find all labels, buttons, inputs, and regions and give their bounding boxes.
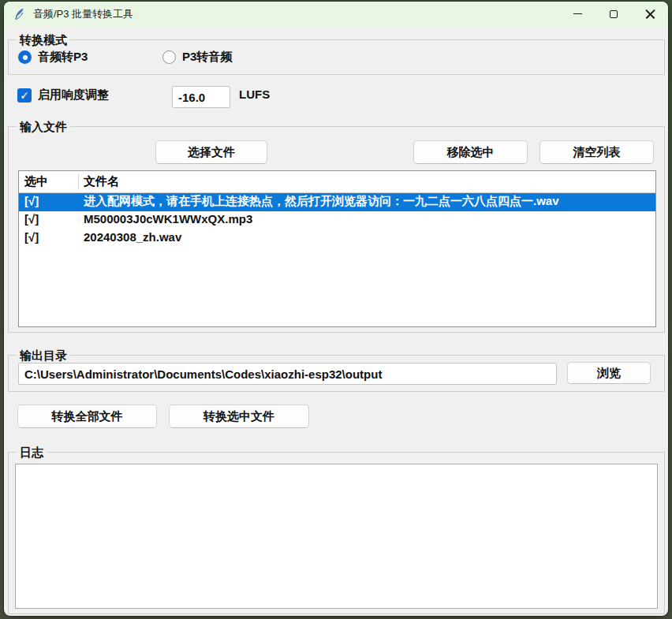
output-dir-groupbox: 输出目录 C:\Users\Administrator\Documents\Co… bbox=[8, 355, 665, 392]
row-filename-cell: 进入配网模式，请在手机上连接热点，然后打开浏览器访问：一九二点一六八点四点一.w… bbox=[84, 194, 559, 209]
window-title: 音频/P3 批量转换工具 bbox=[33, 7, 133, 21]
file-table-header[interactable]: 选中 文件名 bbox=[19, 171, 655, 193]
close-button[interactable] bbox=[632, 2, 668, 26]
row-check-cell: [√] bbox=[24, 194, 39, 207]
app-feather-icon bbox=[13, 8, 26, 21]
table-row[interactable]: [√] 进入配网模式，请在手机上连接热点，然后打开浏览器访问：一九二点一六八点四… bbox=[19, 193, 655, 211]
table-row[interactable]: [√] M500003J0cWK1WWxQX.mp3 bbox=[19, 211, 655, 229]
output-dir-input[interactable]: C:\Users\Administrator\Documents\Codes\x… bbox=[18, 363, 557, 385]
loudness-label: 启用响度调整 bbox=[38, 88, 109, 103]
loudness-checkbox[interactable]: ✓ bbox=[17, 88, 32, 103]
input-files-groupbox: 输入文件 选择文件 移除选中 清空列表 选中 文件名 [√] 进入配网模式，请在… bbox=[8, 126, 665, 333]
mode-group-label: 转换模式 bbox=[17, 32, 70, 47]
column-separator[interactable] bbox=[78, 173, 79, 190]
select-files-button[interactable]: 选择文件 bbox=[155, 140, 267, 164]
column-header-checked[interactable]: 选中 bbox=[24, 174, 48, 189]
remove-selected-button[interactable]: 移除选中 bbox=[413, 140, 528, 164]
radio-unselected-icon bbox=[162, 50, 176, 64]
row-filename-cell: M500003J0cWK1WWxQX.mp3 bbox=[84, 212, 252, 226]
table-row[interactable]: [√] 20240308_zh.wav bbox=[19, 229, 655, 248]
titlebar[interactable]: 音频/P3 批量转换工具 bbox=[4, 2, 668, 26]
minimize-button[interactable] bbox=[559, 2, 595, 26]
output-group-label: 输出目录 bbox=[17, 348, 70, 363]
log-textarea[interactable] bbox=[15, 464, 658, 609]
browse-button[interactable]: 浏览 bbox=[567, 362, 651, 384]
maximize-icon bbox=[610, 10, 618, 18]
close-icon bbox=[645, 9, 655, 19]
mode-groupbox: 转换模式 音频转P3 P3转音频 bbox=[8, 39, 665, 75]
file-table: 选中 文件名 [√] 进入配网模式，请在手机上连接热点，然后打开浏览器访问：一九… bbox=[18, 170, 656, 327]
row-filename-cell: 20240308_zh.wav bbox=[84, 230, 181, 244]
row-check-cell: [√] bbox=[24, 230, 39, 244]
app-window: 音频/P3 批量转换工具 转换模式 音频转P3 P3转音频 ✓ 启用响度调整 -… bbox=[4, 2, 668, 616]
radio-audio-to-p3[interactable]: 音频转P3 bbox=[18, 50, 88, 65]
input-group-label: 输入文件 bbox=[17, 119, 70, 134]
convert-all-button[interactable]: 转换全部文件 bbox=[17, 405, 157, 428]
minimize-icon bbox=[573, 13, 582, 14]
log-groupbox: 日志 bbox=[8, 452, 665, 614]
maximize-button[interactable] bbox=[595, 2, 632, 26]
radio-audio-to-p3-label: 音频转P3 bbox=[38, 50, 88, 65]
radio-p3-to-audio[interactable]: P3转音频 bbox=[162, 50, 232, 65]
checkmark-icon: ✓ bbox=[20, 90, 29, 101]
log-group-label: 日志 bbox=[17, 445, 47, 460]
row-check-cell: [√] bbox=[24, 212, 39, 226]
lufs-input[interactable]: -16.0 bbox=[172, 86, 230, 108]
radio-selected-icon bbox=[18, 50, 32, 64]
lufs-unit-label: LUFS bbox=[239, 88, 270, 101]
clear-list-button[interactable]: 清空列表 bbox=[539, 140, 654, 164]
column-header-filename[interactable]: 文件名 bbox=[84, 174, 119, 189]
convert-selected-button[interactable]: 转换选中文件 bbox=[169, 405, 309, 428]
radio-p3-to-audio-label: P3转音频 bbox=[182, 50, 232, 65]
